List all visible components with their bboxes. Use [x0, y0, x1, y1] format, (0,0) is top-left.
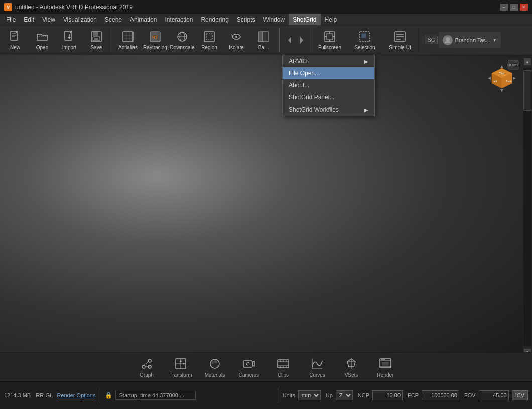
menu-visualization[interactable]: Visualization — [59, 14, 101, 25]
svg-point-74 — [246, 362, 249, 365]
separator-3 — [310, 28, 310, 52]
bottom-vsets-label: VSets — [345, 372, 358, 378]
ncp-input[interactable] — [372, 390, 403, 400]
svg-rect-25 — [206, 34, 212, 40]
clips-icon — [276, 356, 291, 371]
bottom-materials[interactable]: Materials — [198, 354, 232, 381]
startup-time-area: Startup_time 44.377000 ... — [115, 391, 273, 400]
svg-point-60 — [148, 365, 151, 368]
menu-edit[interactable]: Edit — [20, 14, 38, 25]
fcp-input[interactable] — [422, 390, 459, 400]
toolbar-selection[interactable]: Selection — [348, 27, 382, 54]
user-dropdown-icon: ▼ — [492, 38, 497, 43]
bottom-curves[interactable]: Curves — [300, 354, 334, 381]
toolbar-import-label: Import — [62, 45, 76, 50]
toolbar-region[interactable]: Region — [196, 27, 222, 54]
svg-marker-32 — [300, 37, 303, 44]
svg-marker-57 — [513, 77, 516, 80]
toolbar-region-label: Region — [201, 45, 217, 50]
svg-text:RT: RT — [152, 35, 158, 40]
toolbar-downscale[interactable]: Downscale — [169, 27, 195, 54]
bottom-clips[interactable]: Clips — [266, 354, 300, 381]
fov-input[interactable] — [479, 390, 509, 400]
toolbar-antialias-label: Antialias — [118, 45, 138, 50]
separator-2 — [279, 28, 280, 52]
icv-button[interactable]: ICV — [512, 390, 528, 400]
bottom-graph[interactable]: Graph — [129, 354, 164, 381]
bottom-transform[interactable]: Transform — [164, 354, 198, 381]
window-title: untitled - Autodesk VRED Professional 20… — [15, 4, 497, 11]
toolbar-simple-ui[interactable]: Simple UI — [383, 27, 417, 54]
dropdown-arv03[interactable]: ARV03 ▶ — [283, 55, 374, 67]
transform-icon — [173, 356, 188, 371]
fullscreen-icon — [323, 30, 337, 44]
nav-arrows — [284, 35, 307, 46]
toolbar-save[interactable]: Save — [83, 27, 109, 54]
svg-text:Top: Top — [499, 72, 505, 75]
nav-cube-icon: HOME Top Left Back — [481, 59, 521, 99]
svg-rect-24 — [204, 32, 214, 42]
left-arrow-icon[interactable] — [284, 35, 295, 46]
startup-time-display: Startup_time 44.377000 ... — [115, 391, 196, 400]
dropdown-workfiles[interactable]: ShotGrid Workfiles ▶ — [283, 104, 374, 116]
toolbar-open[interactable]: Open — [29, 27, 55, 54]
svg-marker-73 — [252, 361, 254, 366]
right-arrow-icon[interactable] — [296, 35, 307, 46]
sg-badge: SG — [425, 36, 438, 44]
svg-point-70 — [214, 360, 217, 363]
svg-marker-66 — [183, 363, 185, 365]
svg-rect-91 — [381, 359, 383, 360]
graph-icon — [139, 356, 154, 371]
selection-icon — [358, 30, 372, 44]
toolbar-raytracing[interactable]: RT Raytracing — [142, 27, 168, 54]
svg-rect-10 — [93, 32, 98, 36]
fcp-label: FCP — [408, 392, 419, 398]
svg-rect-11 — [93, 37, 100, 41]
dropdown-file-open[interactable]: File Open... — [283, 67, 374, 79]
nav-cube[interactable]: HOME Top Left Back — [481, 59, 521, 99]
bottom-cameras[interactable]: Cameras — [232, 354, 266, 381]
menu-file[interactable]: File — [2, 14, 20, 25]
menu-animation[interactable]: Animation — [126, 14, 161, 25]
dropdown-about[interactable]: About... — [283, 79, 374, 91]
viewport — [0, 55, 523, 359]
right-panel-up[interactable]: ▲ — [524, 58, 531, 65]
toolbar-import[interactable]: Import — [56, 27, 82, 54]
menu-shotgrid[interactable]: ShotGrid — [289, 14, 320, 25]
dropdown-shotgrid-panel[interactable]: ShotGrid Panel... — [283, 91, 374, 104]
menu-help[interactable]: Help — [321, 14, 341, 25]
render-options-link[interactable]: Render Options — [57, 392, 95, 398]
save-icon — [89, 30, 103, 44]
menu-scripts[interactable]: Scripts — [233, 14, 259, 25]
ncp-label: NCP — [358, 392, 369, 398]
menu-scene[interactable]: Scene — [101, 14, 126, 25]
minimize-button[interactable]: – — [500, 4, 508, 11]
svg-rect-92 — [383, 359, 385, 360]
menu-interaction[interactable]: Interaction — [161, 14, 197, 25]
user-avatar-icon — [443, 35, 453, 45]
close-button[interactable]: ✕ — [520, 4, 528, 11]
toolbar-new[interactable]: New — [2, 27, 28, 54]
svg-point-45 — [446, 37, 450, 41]
isolate-icon — [229, 30, 243, 44]
restore-button[interactable]: □ — [510, 4, 518, 11]
materials-icon — [207, 356, 222, 371]
user-button[interactable]: Brandon Tas... ▼ — [439, 32, 501, 48]
bottom-vsets[interactable]: VSets — [334, 354, 368, 381]
toolbar-fullscreen[interactable]: Fullscreen — [313, 27, 347, 54]
toolbar-isolate[interactable]: Isolate — [223, 27, 249, 54]
units-select[interactable]: mm cm m in — [298, 390, 321, 400]
svg-point-68 — [210, 359, 219, 368]
svg-line-61 — [144, 362, 149, 365]
bottom-cameras-label: Cameras — [239, 372, 259, 378]
menu-rendering[interactable]: Rendering — [197, 14, 232, 25]
up-select[interactable]: Z Y X — [336, 390, 353, 400]
menu-window[interactable]: Window — [259, 14, 289, 25]
svg-marker-55 — [500, 89, 503, 92]
app-icon: V — [4, 3, 12, 11]
menu-view[interactable]: View — [38, 14, 59, 25]
bottom-render-label: Render — [377, 372, 394, 378]
toolbar-ba[interactable]: Ba... — [250, 27, 277, 54]
bottom-render[interactable]: Render — [368, 354, 403, 381]
toolbar-antialias[interactable]: Antialias — [115, 27, 141, 54]
